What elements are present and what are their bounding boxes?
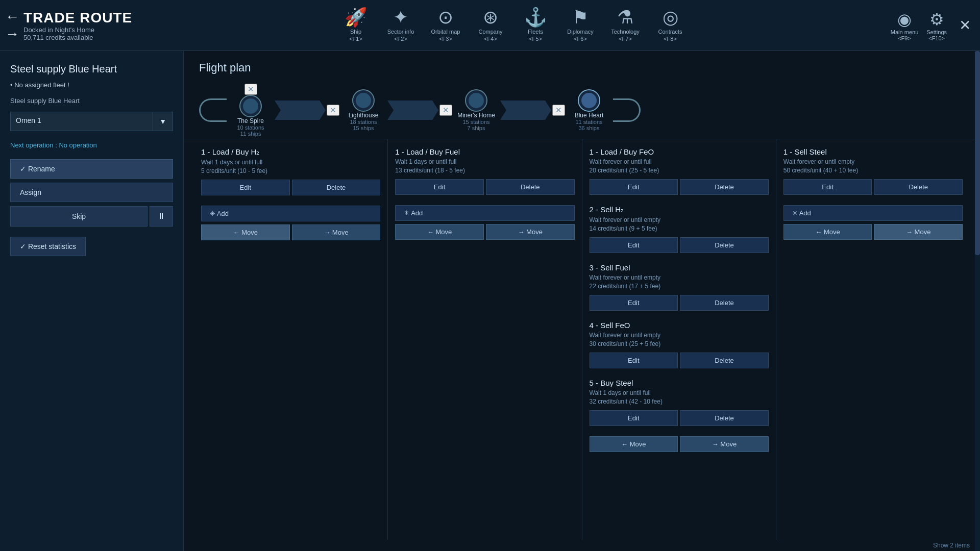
op-3-1-btn-row: Edit Delete: [590, 179, 769, 195]
wp-3-circle: [465, 89, 487, 112]
wp-arrow-1: [275, 101, 326, 120]
route-curve-start: [199, 98, 227, 122]
op-3-3-edit[interactable]: Edit: [590, 295, 678, 311]
route-title: Steel supply Blue Heart: [10, 63, 173, 75]
skip-button[interactable]: Skip: [10, 206, 148, 227]
main-menu-button[interactable]: ◉ Main menu<F9>: [891, 10, 918, 41]
wp-2-ships: 15 ships: [353, 125, 374, 131]
op-3-1-title: 1 - Load / Buy FeO: [590, 147, 769, 156]
op-col-4-move-left[interactable]: ← Move: [783, 224, 872, 240]
fleet-dropdown-row: Omen 1 ▼: [10, 112, 173, 131]
close-button[interactable]: ✕: [955, 15, 975, 36]
op-column-2: 1 - Load / Buy Fuel Wait 1 days or until…: [388, 139, 582, 540]
op-3-5-desc: Wait 1 days or until full: [590, 389, 769, 396]
op-2-1: 1 - Load / Buy Fuel Wait 1 days or until…: [395, 147, 574, 195]
waypoint-2: Lighthouse 18 stations 15 ships: [340, 89, 386, 131]
wp-4-info: Blue Heart 11 stations 36 ships: [566, 112, 612, 131]
operations-area: 1 - Load / Buy H₂ Wait 1 days or until f…: [184, 139, 980, 540]
arrow-nav: ← →: [5, 10, 19, 41]
nav-company[interactable]: ⊛ Company<F4>: [473, 8, 508, 42]
op-4-1-edit[interactable]: Edit: [783, 179, 872, 195]
op-col-3-move-left[interactable]: ← Move: [590, 436, 678, 452]
wp-arrow-2: [387, 101, 438, 120]
op-4-1-delete[interactable]: Delete: [874, 179, 963, 195]
wp-2-info: Lighthouse 18 stations 15 ships: [340, 112, 386, 131]
scrollbar-thumb[interactable]: [975, 51, 980, 255]
op-col-4-add[interactable]: ✳ Add: [783, 205, 963, 221]
rename-button[interactable]: ✓ Rename: [10, 159, 173, 179]
wp-4-ships: 36 ships: [579, 125, 600, 131]
credits-info: 50,711 credits available: [23, 34, 132, 41]
wp-1-delete[interactable]: ✕: [244, 84, 257, 95]
company-icon: ⊛: [483, 8, 498, 27]
op-2-1-price: 13 credits/unit (18 - 5 fee): [395, 167, 574, 174]
forward-arrow-button[interactable]: →: [5, 27, 19, 41]
assign-button[interactable]: Assign: [10, 183, 173, 202]
wp-2-circle: [352, 89, 375, 112]
op-col-1-add[interactable]: ✳ Add: [201, 206, 380, 221]
op-col-3-move-row: ← Move → Move: [590, 436, 769, 452]
pause-button[interactable]: ⏸: [150, 206, 173, 227]
op-3-3-desc: Wait forever or until empty: [590, 274, 769, 281]
top-bar: ← → TRADE ROUTE Docked in Night's Home 5…: [0, 0, 980, 51]
op-3-3-delete[interactable]: Delete: [680, 295, 769, 311]
op-3-2-title: 2 - Sell H₂: [590, 205, 769, 214]
op-3-1-price: 20 credits/unit (25 - 5 fee): [590, 167, 769, 174]
nav-ship[interactable]: 🚀 Ship<F1>: [338, 8, 374, 42]
nav-fleets[interactable]: ⚓ Fleets<F5>: [518, 8, 553, 42]
settings-button[interactable]: ⚙ Settings<F10>: [926, 10, 947, 41]
op-col-1-move-right[interactable]: → Move: [292, 224, 381, 240]
wp-1-info: The Spire 10 stations 11 ships: [228, 117, 274, 137]
op-col-3-move-right[interactable]: → Move: [680, 436, 769, 452]
wp-4-delete[interactable]: ✕: [552, 105, 565, 116]
op-col-2-add[interactable]: ✳ Add: [395, 205, 574, 221]
op-3-1: 1 - Load / Buy FeO Wait forever or until…: [590, 147, 769, 195]
back-arrow-button[interactable]: ←: [5, 10, 19, 24]
main-content: Steel supply Blue Heart • No assigned fl…: [0, 51, 980, 551]
wp-3-delete[interactable]: ✕: [439, 105, 452, 116]
op-3-2-edit[interactable]: Edit: [590, 237, 678, 253]
op-3-1-desc: Wait forever or until full: [590, 158, 769, 165]
action-buttons: ✓ Rename Assign Skip ⏸: [10, 159, 173, 227]
op-3-1-edit[interactable]: Edit: [590, 179, 678, 195]
op-3-5-edit[interactable]: Edit: [590, 410, 678, 426]
op-3-2-price: 14 credits/unit (9 + 5 fee): [590, 225, 769, 232]
waypoint-4: Blue Heart 11 stations 36 ships: [566, 89, 612, 131]
op-column-4: 1 - Sell Steel Wait forever or until emp…: [776, 139, 970, 540]
op-col-1-move-left[interactable]: ← Move: [201, 224, 290, 240]
nav-technology[interactable]: ⚗ Technology<F7>: [607, 8, 643, 42]
orbital-map-icon: ⊙: [438, 8, 453, 27]
op-1-1-delete[interactable]: Delete: [292, 180, 381, 195]
nav-diplomacy[interactable]: ⚑ Diplomacy<F6>: [562, 8, 598, 42]
op-3-4-delete[interactable]: Delete: [680, 353, 769, 368]
nav-orbital-map[interactable]: ⊙ Orbital map<F3>: [428, 8, 463, 42]
op-2-1-edit[interactable]: Edit: [395, 179, 484, 195]
wp-1-circle: [239, 95, 262, 117]
op-3-1-delete[interactable]: Delete: [680, 179, 769, 195]
wp-3-stations: 15 stations: [462, 119, 489, 125]
reset-statistics-button[interactable]: ✓ Reset statistics: [10, 237, 86, 256]
contracts-icon: ◎: [663, 8, 678, 27]
wp-4-name: Blue Heart: [575, 112, 604, 119]
wp-1-stations: 10 stations: [237, 124, 264, 131]
show-more: Show 2 items: [184, 540, 980, 551]
fleets-icon: ⚓: [524, 8, 547, 27]
nav-sector-info[interactable]: ✦ Sector info<F2>: [383, 8, 419, 42]
fleet-dropdown-arrow[interactable]: ▼: [153, 112, 173, 131]
nav-contracts[interactable]: ◎ Contracts<F8>: [652, 8, 688, 42]
op-column-3: 1 - Load / Buy FeO Wait forever or until…: [582, 139, 776, 540]
op-3-4-edit[interactable]: Edit: [590, 353, 678, 368]
op-col-4-move-right[interactable]: → Move: [874, 224, 963, 240]
op-3-5-delete[interactable]: Delete: [680, 410, 769, 426]
sector-icon: ✦: [393, 8, 408, 27]
fleet-select[interactable]: Omen 1: [10, 112, 153, 131]
op-2-1-delete[interactable]: Delete: [486, 179, 575, 195]
wp-2-delete[interactable]: ✕: [327, 105, 339, 116]
diplomacy-icon: ⚑: [572, 8, 589, 27]
op-3-2-delete[interactable]: Delete: [680, 237, 769, 253]
op-col-2-move-left[interactable]: ← Move: [395, 224, 484, 240]
main-menu-icon: ◉: [897, 10, 912, 29]
op-1-1-edit[interactable]: Edit: [201, 180, 290, 195]
op-col-2-move-right[interactable]: → Move: [486, 224, 575, 240]
op-col-1-move-row: ← Move → Move: [201, 224, 380, 240]
